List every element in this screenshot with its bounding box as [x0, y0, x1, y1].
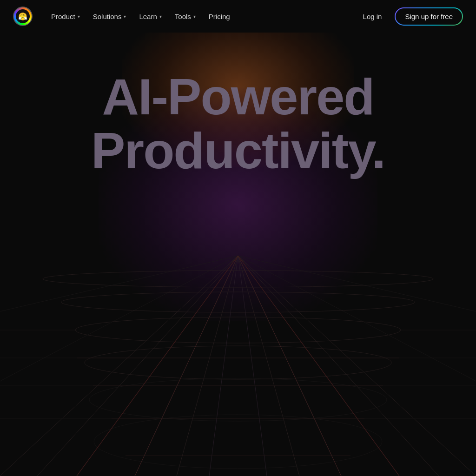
nav-right: Log in Sign up for free	[357, 7, 463, 26]
svg-line-22	[77, 256, 238, 476]
nav-item-solutions[interactable]: Solutions ▾	[87, 9, 132, 24]
nav-item-tools[interactable]: Tools ▾	[169, 9, 201, 24]
hero-title: AI-Powered Productivity.	[29, 70, 447, 177]
hero-text: AI-Powered Productivity.	[29, 70, 447, 177]
login-button[interactable]: Log in	[357, 9, 388, 24]
hero-section: AI-Powered Productivity.	[0, 33, 476, 476]
nav-item-pricing[interactable]: Pricing	[203, 9, 236, 24]
navbar: 😤 Product ▾ Solutions ▾ Learn ▾ Tools ▾ …	[0, 0, 476, 33]
svg-line-24	[238, 256, 399, 476]
svg-line-25	[238, 256, 341, 476]
svg-line-15	[238, 256, 476, 311]
svg-line-11	[238, 256, 476, 476]
nav-links: Product ▾ Solutions ▾ Learn ▾ Tools ▾ Pr…	[46, 9, 357, 24]
svg-line-0	[0, 256, 238, 476]
svg-line-13	[0, 256, 238, 311]
chevron-down-icon: ▾	[193, 14, 196, 19]
svg-line-14	[238, 256, 476, 381]
svg-point-17	[61, 292, 415, 312]
nav-item-learn[interactable]: Learn ▾	[133, 9, 167, 24]
chevron-down-icon: ▾	[78, 14, 80, 19]
chevron-down-icon: ▾	[124, 14, 126, 19]
nav-item-product[interactable]: Product ▾	[46, 9, 86, 24]
signup-button[interactable]: Sign up for free	[395, 7, 463, 26]
svg-point-21	[94, 415, 382, 469]
svg-point-18	[75, 317, 401, 343]
logo[interactable]: 😤	[13, 7, 33, 26]
svg-line-1	[37, 256, 238, 476]
svg-line-4	[177, 256, 238, 476]
hero-line-1: AI-Powered	[29, 70, 447, 124]
svg-line-12	[0, 256, 238, 381]
svg-point-19	[85, 346, 391, 379]
hero-line-2: Productivity.	[29, 124, 447, 178]
svg-point-16	[43, 271, 433, 287]
logo-icon: 😤	[16, 9, 30, 23]
chevron-down-icon: ▾	[159, 14, 162, 19]
svg-line-23	[135, 256, 238, 476]
svg-line-10	[238, 256, 439, 476]
svg-line-7	[238, 256, 299, 476]
